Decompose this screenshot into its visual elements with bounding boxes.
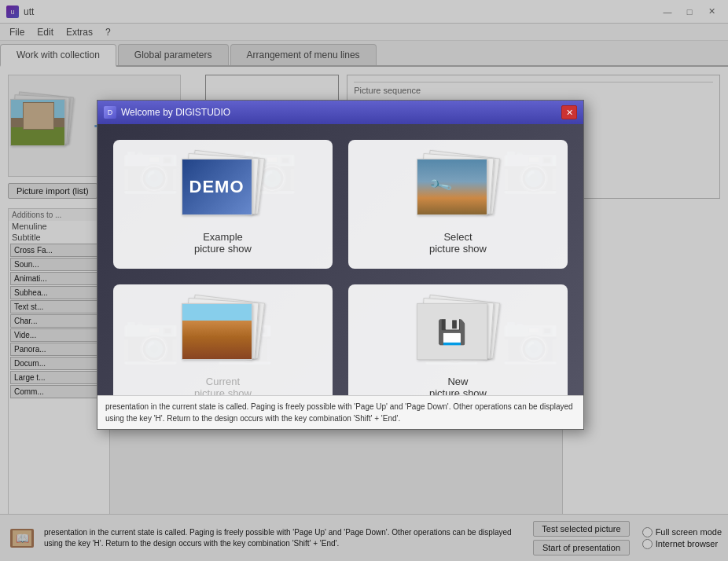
- new-slide-main: 💾: [417, 303, 487, 360]
- current-picture-show-card[interactable]: Currentpicture show: [113, 284, 333, 413]
- select-slides: 🔧: [415, 154, 502, 225]
- dialog-close-button[interactable]: ✕: [561, 105, 577, 119]
- new-picture-show-card[interactable]: 💾 Newpicture show: [348, 284, 568, 413]
- dialog-body: 📷 📷 📷 📷 📷 📷 📷 📷 DEMO Examplepict: [97, 124, 583, 429]
- canyon-image: [182, 304, 252, 359]
- demo-image: DEMO: [182, 160, 252, 214]
- dialog-icon: D: [104, 106, 116, 119]
- select-slide-main: 🔧: [417, 159, 487, 215]
- floppy-icon: 💾: [437, 318, 466, 346]
- current-slides: [180, 299, 267, 369]
- select-image: 🔧: [417, 160, 487, 214]
- select-picture-show-card[interactable]: 🔧 Selectpicture show: [348, 140, 568, 269]
- example-slide-main: DEMO: [182, 159, 252, 215]
- example-card-label: Examplepicture show: [194, 231, 252, 255]
- dialog-overlay: D Welcome by DIGISTUDIO ✕ 📷 📷 📷 📷 📷 📷 📷 …: [0, 0, 728, 561]
- select-card-label: Selectpicture show: [429, 231, 487, 255]
- new-image: 💾: [417, 304, 487, 359]
- welcome-dialog: D Welcome by DIGISTUDIO ✕ 📷 📷 📷 📷 📷 📷 📷 …: [97, 100, 584, 430]
- current-slide-main: [182, 303, 252, 360]
- dialog-bottom-text: presentation in the current state is cal…: [97, 395, 583, 429]
- dialog-title: Welcome by DIGISTUDIO: [121, 107, 230, 118]
- example-slides: DEMO: [180, 154, 267, 225]
- pliers-icon: 🔧: [428, 172, 454, 198]
- dialog-title-bar: D Welcome by DIGISTUDIO ✕: [97, 101, 583, 124]
- example-picture-show-card[interactable]: DEMO Examplepicture show: [113, 140, 333, 269]
- new-slides: 💾: [415, 299, 502, 369]
- dialog-title-left: D Welcome by DIGISTUDIO: [104, 106, 230, 119]
